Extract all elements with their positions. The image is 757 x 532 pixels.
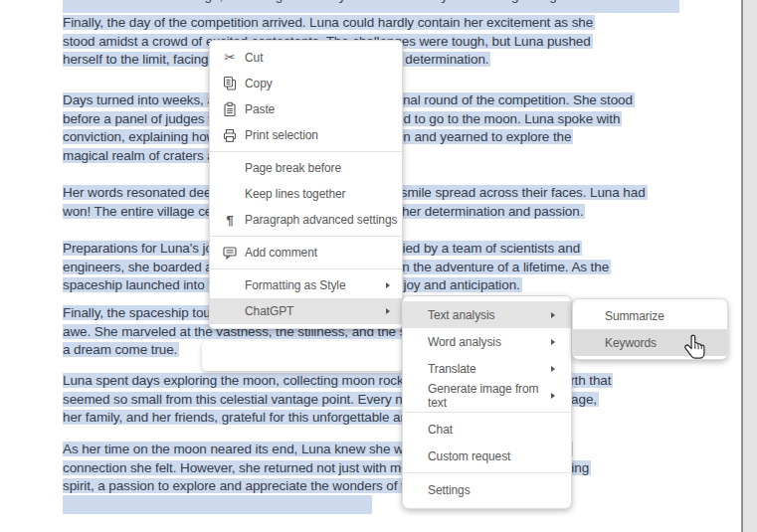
menu-item-settings[interactable]: Settings — [403, 476, 571, 503]
menu-item-label: Formatting as Style — [245, 278, 345, 292]
context-menu: ✂ Cut Copy Paste — [209, 40, 403, 329]
menu-separator — [210, 236, 402, 237]
menu-separator — [403, 412, 571, 413]
menu-item-chat[interactable]: Chat — [403, 416, 571, 443]
menu-item-label: Summarize — [605, 309, 664, 323]
menu-separator — [403, 472, 571, 473]
menu-item-paragraph-advanced-settings[interactable]: ¶ Paragraph advanced settings — [210, 207, 402, 233]
menu-item-summarize[interactable]: Summarize — [573, 302, 727, 329]
selection-trailing-highlight — [63, 495, 372, 514]
hand-cursor-icon — [683, 332, 707, 363]
pilcrow-icon: ¶ — [222, 212, 238, 228]
submenu-arrow-icon — [551, 339, 555, 345]
menu-item-label: Text analysis — [428, 308, 494, 322]
submenu-arrow-icon — [386, 308, 390, 314]
menu-item-keep-lines-together[interactable]: Keep lines together — [210, 181, 402, 207]
menu-item-label: Keep lines together — [245, 187, 346, 201]
empty-popup-box — [202, 341, 404, 371]
submenu-arrow-icon — [551, 393, 555, 399]
comment-icon — [222, 245, 238, 261]
menu-separator — [210, 151, 402, 152]
menu-item-label: Add comment — [245, 246, 317, 260]
menu-item-translate[interactable]: Translate — [403, 355, 571, 382]
menu-item-label: Copy — [245, 77, 273, 90]
menu-item-label: ChatGPT — [245, 304, 293, 318]
menu-separator — [210, 268, 402, 269]
menu-item-text-analysis[interactable]: Text analysis — [403, 301, 571, 328]
paste-icon — [222, 101, 238, 117]
printer-icon — [222, 127, 238, 143]
menu-item-label: Chat — [428, 423, 453, 437]
menu-item-page-break-before[interactable]: Page break before — [210, 155, 402, 181]
menu-item-label: Cut — [245, 51, 263, 65]
menu-item-label: Keywords — [605, 336, 657, 350]
menu-item-generate-image-from-text[interactable]: Generate image from text — [403, 382, 571, 409]
menu-item-word-analysis[interactable]: Word analysis — [403, 328, 571, 355]
menu-item-chatgpt[interactable]: ChatGPT — [210, 298, 402, 324]
menu-item-formatting-as-style[interactable]: Formatting as Style — [210, 272, 402, 298]
submenu-arrow-icon — [386, 282, 390, 288]
menu-item-copy[interactable]: Copy — [210, 71, 402, 96]
menu-item-add-comment[interactable]: Add comment — [210, 240, 402, 266]
copy-icon — [222, 76, 238, 91]
menu-item-label: Paragraph advanced settings — [245, 213, 397, 227]
scroll-gutter[interactable] — [743, 0, 757, 532]
submenu-arrow-icon — [551, 366, 555, 372]
menu-item-label: Translate — [428, 362, 476, 376]
document-line[interactable]: Finally, the day of the competition arri… — [63, 14, 595, 33]
menu-item-label: Word analysis — [428, 335, 501, 349]
menu-item-label: Print selection — [245, 128, 318, 142]
menu-item-label: Paste — [245, 102, 275, 116]
submenu-arrow-icon — [551, 312, 555, 318]
menu-item-paste[interactable]: Paste — [210, 96, 402, 122]
document-line: the stars above her village, dreaming of… — [63, 0, 679, 3]
menu-item-custom-request[interactable]: Custom request — [403, 443, 571, 469]
menu-item-label: Custom request — [428, 449, 510, 463]
menu-item-print-selection[interactable]: Print selection — [210, 122, 402, 148]
menu-item-label: Page break before — [245, 161, 341, 175]
menu-item-label: Settings — [428, 483, 471, 497]
menu-item-label: Generate image from text — [428, 382, 551, 410]
clipped-top-line[interactable]: the stars above her village, dreaming of… — [63, 0, 679, 13]
scissors-icon: ✂ — [222, 50, 238, 66]
app-root: the stars above her village, dreaming of… — [0, 0, 757, 532]
chatgpt-submenu: Text analysis Word analysis Translate Ge… — [402, 295, 572, 509]
menu-item-cut[interactable]: ✂ Cut — [210, 45, 402, 71]
